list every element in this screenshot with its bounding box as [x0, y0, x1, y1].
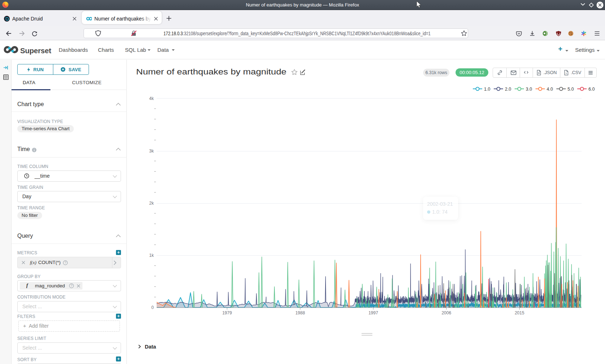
- svg-text:4k: 4k: [149, 96, 154, 101]
- svg-text:2006: 2006: [442, 310, 451, 315]
- svg-text:2k: 2k: [149, 201, 154, 206]
- svg-text:1988: 1988: [295, 310, 305, 315]
- svg-text:1997: 1997: [368, 310, 378, 315]
- svg-text:0: 0: [151, 305, 154, 310]
- svg-text:2015: 2015: [515, 310, 524, 315]
- svg-text:3k: 3k: [149, 149, 154, 154]
- svg-text:1979: 1979: [222, 310, 232, 315]
- svg-text:1k: 1k: [149, 253, 154, 258]
